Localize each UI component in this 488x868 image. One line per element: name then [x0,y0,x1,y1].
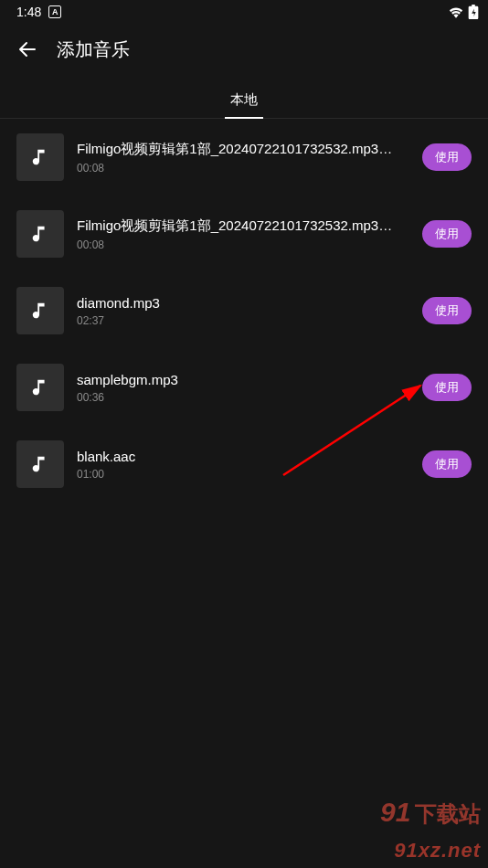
music-thumb [16,287,64,334]
music-title: samplebgm.mp3 [77,372,406,387]
status-time: 1:48 [16,5,41,19]
music-duration: 00:36 [77,391,409,404]
list-item[interactable]: Filmigo视频剪辑第1部_20240722101732532.mp3… 00… [0,196,488,272]
music-thumb [16,210,64,258]
page-title: 添加音乐 [57,37,130,62]
svg-text:91: 91 [380,798,410,827]
status-icons [448,5,479,19]
music-duration: 00:08 [77,238,409,251]
music-list: Filmigo视频剪辑第1部_20240722101732532.mp3… 00… [0,119,488,503]
svg-text:下载站: 下载站 [414,801,481,826]
music-duration: 00:08 [77,162,409,175]
music-note-icon [30,224,50,244]
music-note-icon [30,377,50,397]
music-thumb [16,364,64,411]
list-item[interactable]: Filmigo视频剪辑第1部_20240722101732532.mp3… 00… [0,119,488,196]
use-button[interactable]: 使用 [422,374,472,401]
wifi-icon [448,5,464,18]
music-title: Filmigo视频剪辑第1部_20240722101732532.mp3… [77,141,406,158]
list-item[interactable]: samplebgm.mp3 00:36 使用 [0,349,488,426]
list-item[interactable]: diamond.mp3 02:37 使用 [0,272,488,349]
watermark: 91 下载站 91xz.net [380,798,481,861]
music-title: blank.aac [77,449,406,464]
tab-local[interactable]: 本地 [219,91,269,118]
music-duration: 01:00 [77,468,409,481]
music-title: diamond.mp3 [77,295,406,311]
watermark-url: 91xz.net [380,841,481,861]
status-badge-icon: A [48,5,61,18]
music-note-icon [30,454,50,474]
music-thumb [16,133,64,181]
back-icon[interactable] [16,38,38,60]
list-item[interactable]: blank.aac 01:00 使用 [0,426,488,503]
music-thumb [16,440,64,488]
use-button[interactable]: 使用 [422,297,472,324]
header: 添加音乐 [0,24,488,75]
status-bar: 1:48 A [0,0,488,24]
use-button[interactable]: 使用 [422,220,472,248]
music-note-icon [30,147,50,167]
watermark-logo-icon: 91 下载站 [380,798,481,838]
tabs: 本地 [0,75,488,119]
use-button[interactable]: 使用 [422,143,472,171]
music-duration: 02:37 [77,314,409,327]
use-button[interactable]: 使用 [422,450,472,478]
music-note-icon [30,301,50,321]
battery-icon [468,5,479,19]
music-title: Filmigo视频剪辑第1部_20240722101732532.mp3… [77,217,406,235]
